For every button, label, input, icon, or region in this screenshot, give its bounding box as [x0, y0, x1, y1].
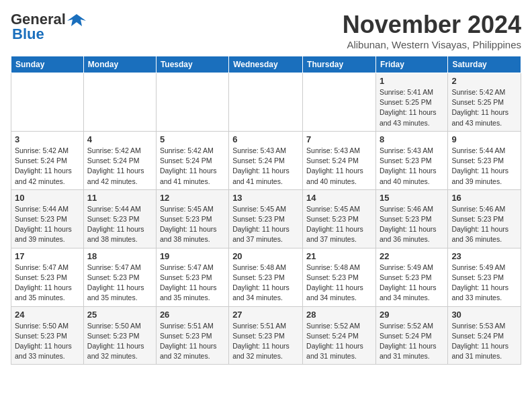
calendar-cell: 16Sunrise: 5:46 AM Sunset: 5:23 PM Dayli… [448, 189, 521, 248]
weekday-header-friday: Friday [375, 56, 447, 73]
calendar-cell [229, 73, 303, 132]
day-info: Sunrise: 5:51 AM Sunset: 5:23 PM Dayligh… [232, 321, 299, 362]
calendar-cell: 26Sunrise: 5:51 AM Sunset: 5:23 PM Dayli… [156, 306, 228, 365]
weekday-header-sunday: Sunday [11, 56, 84, 73]
day-info: Sunrise: 5:46 AM Sunset: 5:23 PM Dayligh… [380, 204, 444, 245]
calendar-cell: 13Sunrise: 5:45 AM Sunset: 5:23 PM Dayli… [229, 189, 303, 248]
calendar-cell: 17Sunrise: 5:47 AM Sunset: 5:23 PM Dayli… [11, 248, 84, 306]
day-number: 6 [232, 134, 299, 144]
day-number: 15 [380, 193, 444, 203]
day-info: Sunrise: 5:50 AM Sunset: 5:23 PM Dayligh… [87, 321, 152, 362]
weekday-header-row: SundayMondayTuesdayWednesdayThursdayFrid… [11, 56, 521, 73]
day-info: Sunrise: 5:45 AM Sunset: 5:23 PM Dayligh… [232, 204, 299, 245]
calendar-cell: 1Sunrise: 5:41 AM Sunset: 5:25 PM Daylig… [375, 73, 447, 132]
day-info: Sunrise: 5:42 AM Sunset: 5:24 PM Dayligh… [15, 146, 80, 187]
week-row-3: 10Sunrise: 5:44 AM Sunset: 5:23 PM Dayli… [11, 189, 521, 248]
day-number: 23 [451, 251, 517, 261]
day-number: 17 [15, 251, 80, 261]
calendar-cell: 7Sunrise: 5:43 AM Sunset: 5:24 PM Daylig… [303, 131, 376, 189]
day-info: Sunrise: 5:52 AM Sunset: 5:24 PM Dayligh… [306, 321, 372, 362]
day-number: 18 [87, 251, 152, 261]
title-area: November 2024 Alibunan, Western Visayas,… [343, 11, 521, 50]
day-number: 13 [232, 193, 299, 203]
calendar-cell: 14Sunrise: 5:45 AM Sunset: 5:23 PM Dayli… [303, 189, 376, 248]
day-info: Sunrise: 5:42 AM Sunset: 5:25 PM Dayligh… [451, 87, 517, 128]
day-info: Sunrise: 5:42 AM Sunset: 5:24 PM Dayligh… [160, 146, 225, 187]
day-number: 22 [380, 251, 444, 261]
day-info: Sunrise: 5:52 AM Sunset: 5:24 PM Dayligh… [380, 321, 444, 362]
day-number: 8 [380, 134, 444, 144]
day-number: 21 [306, 251, 372, 261]
calendar-cell: 19Sunrise: 5:47 AM Sunset: 5:23 PM Dayli… [156, 248, 228, 306]
day-info: Sunrise: 5:43 AM Sunset: 5:24 PM Dayligh… [232, 146, 299, 187]
calendar-cell: 25Sunrise: 5:50 AM Sunset: 5:23 PM Dayli… [83, 306, 156, 365]
day-number: 9 [451, 134, 517, 144]
calendar-cell: 22Sunrise: 5:49 AM Sunset: 5:23 PM Dayli… [375, 248, 447, 306]
day-number: 20 [232, 251, 299, 261]
weekday-header-tuesday: Tuesday [156, 56, 228, 73]
calendar-cell: 30Sunrise: 5:53 AM Sunset: 5:24 PM Dayli… [448, 306, 521, 365]
day-info: Sunrise: 5:44 AM Sunset: 5:23 PM Dayligh… [451, 146, 517, 187]
day-number: 14 [306, 193, 372, 203]
day-number: 28 [306, 310, 372, 320]
day-info: Sunrise: 5:48 AM Sunset: 5:23 PM Dayligh… [232, 263, 299, 304]
day-info: Sunrise: 5:48 AM Sunset: 5:23 PM Dayligh… [306, 263, 372, 304]
calendar-cell: 27Sunrise: 5:51 AM Sunset: 5:23 PM Dayli… [229, 306, 303, 365]
day-number: 12 [160, 193, 225, 203]
calendar-cell: 23Sunrise: 5:49 AM Sunset: 5:23 PM Dayli… [448, 248, 521, 306]
weekday-header-saturday: Saturday [448, 56, 521, 73]
calendar-cell: 6Sunrise: 5:43 AM Sunset: 5:24 PM Daylig… [229, 131, 303, 189]
calendar-cell: 12Sunrise: 5:45 AM Sunset: 5:23 PM Dayli… [156, 189, 228, 248]
calendar-cell: 18Sunrise: 5:47 AM Sunset: 5:23 PM Dayli… [83, 248, 156, 306]
calendar-cell: 21Sunrise: 5:48 AM Sunset: 5:23 PM Dayli… [303, 248, 376, 306]
day-number: 5 [160, 134, 225, 144]
day-info: Sunrise: 5:51 AM Sunset: 5:23 PM Dayligh… [160, 321, 225, 362]
day-info: Sunrise: 5:43 AM Sunset: 5:23 PM Dayligh… [380, 146, 444, 187]
weekday-header-monday: Monday [83, 56, 156, 73]
logo: General Blue [11, 11, 86, 43]
day-info: Sunrise: 5:42 AM Sunset: 5:24 PM Dayligh… [87, 146, 152, 187]
day-number: 27 [232, 310, 299, 320]
calendar-cell [303, 73, 376, 132]
weekday-header-wednesday: Wednesday [229, 56, 303, 73]
calendar-cell [83, 73, 156, 132]
calendar-cell: 8Sunrise: 5:43 AM Sunset: 5:23 PM Daylig… [375, 131, 447, 189]
day-info: Sunrise: 5:47 AM Sunset: 5:23 PM Dayligh… [87, 263, 152, 304]
weekday-header-thursday: Thursday [303, 56, 376, 73]
day-info: Sunrise: 5:45 AM Sunset: 5:23 PM Dayligh… [306, 204, 372, 245]
day-number: 29 [380, 310, 444, 320]
calendar-cell [156, 73, 228, 132]
calendar-table: SundayMondayTuesdayWednesdayThursdayFrid… [11, 56, 521, 365]
day-number: 25 [87, 310, 152, 320]
header: General Blue November 2024 Alibunan, Wes… [11, 11, 521, 50]
day-info: Sunrise: 5:47 AM Sunset: 5:23 PM Dayligh… [160, 263, 225, 304]
day-number: 10 [15, 193, 80, 203]
day-number: 16 [451, 193, 517, 203]
day-number: 2 [451, 76, 517, 86]
calendar-cell: 3Sunrise: 5:42 AM Sunset: 5:24 PM Daylig… [11, 131, 84, 189]
calendar-cell: 4Sunrise: 5:42 AM Sunset: 5:24 PM Daylig… [83, 131, 156, 189]
week-row-1: 1Sunrise: 5:41 AM Sunset: 5:25 PM Daylig… [11, 73, 521, 132]
day-info: Sunrise: 5:50 AM Sunset: 5:23 PM Dayligh… [15, 321, 80, 362]
calendar-cell [11, 73, 84, 132]
calendar-cell: 15Sunrise: 5:46 AM Sunset: 5:23 PM Dayli… [375, 189, 447, 248]
calendar-cell: 5Sunrise: 5:42 AM Sunset: 5:24 PM Daylig… [156, 131, 228, 189]
day-number: 3 [15, 134, 80, 144]
day-info: Sunrise: 5:45 AM Sunset: 5:23 PM Dayligh… [160, 204, 225, 245]
day-info: Sunrise: 5:49 AM Sunset: 5:23 PM Dayligh… [380, 263, 444, 304]
calendar-cell: 2Sunrise: 5:42 AM Sunset: 5:25 PM Daylig… [448, 73, 521, 132]
calendar-cell: 10Sunrise: 5:44 AM Sunset: 5:23 PM Dayli… [11, 189, 84, 248]
day-info: Sunrise: 5:49 AM Sunset: 5:23 PM Dayligh… [451, 263, 517, 304]
day-number: 7 [306, 134, 372, 144]
day-number: 26 [160, 310, 225, 320]
day-number: 4 [87, 134, 152, 144]
day-number: 1 [380, 76, 444, 86]
day-number: 24 [15, 310, 80, 320]
month-title: November 2024 [343, 11, 521, 39]
calendar-cell: 24Sunrise: 5:50 AM Sunset: 5:23 PM Dayli… [11, 306, 84, 365]
logo-bird-icon [67, 13, 86, 26]
calendar-cell: 9Sunrise: 5:44 AM Sunset: 5:23 PM Daylig… [448, 131, 521, 189]
day-info: Sunrise: 5:44 AM Sunset: 5:23 PM Dayligh… [15, 204, 80, 245]
calendar-cell: 11Sunrise: 5:44 AM Sunset: 5:23 PM Dayli… [83, 189, 156, 248]
day-info: Sunrise: 5:46 AM Sunset: 5:23 PM Dayligh… [451, 204, 517, 245]
